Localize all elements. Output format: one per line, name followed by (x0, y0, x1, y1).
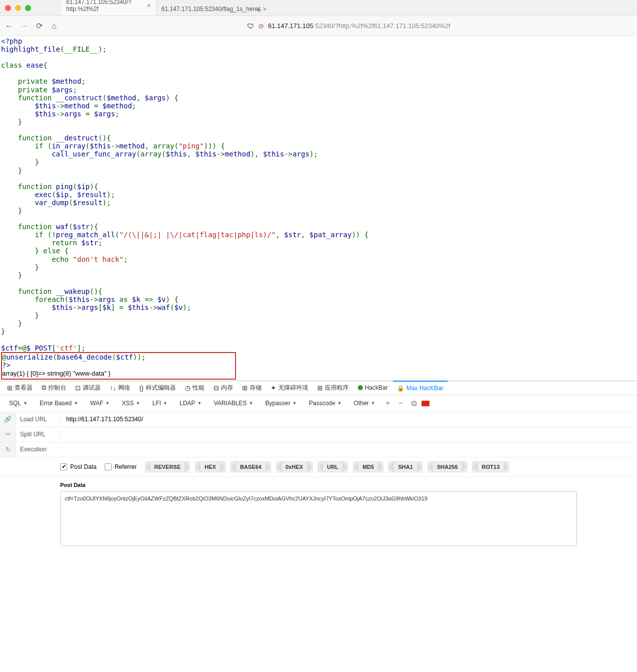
lock-icon: 🔒 (397, 385, 404, 392)
devtools-tab-network[interactable]: ↑↓网络 (106, 381, 134, 395)
shield-icon[interactable]: 🛡 (247, 22, 254, 30)
traffic-lights (5, 5, 31, 11)
postdata-checkbox[interactable]: ✔Post Data (60, 463, 97, 470)
devtools-panel: ⊞查看器 ⧉控制台 ⊡调试器 ↑↓网络 {}样式编辑器 ◷性能 ⊟内存 ⊞存储 … (0, 381, 637, 551)
hackbar-menu-passcode[interactable]: Passcode▼ (304, 400, 347, 407)
encode-url-button[interactable]: URL (318, 461, 348, 472)
devtools-tab-maxhackbar[interactable]: 🔒Max HacKBar (393, 381, 448, 395)
encode-reverse-button[interactable]: REVERSE (145, 461, 190, 472)
inspector-icon: ⊞ (7, 384, 13, 392)
devtools-tab-style[interactable]: {}样式编辑器 (135, 381, 180, 395)
url-bar[interactable]: 🛡 ⊘ 61.147.171.105:52340/?http:%2f%2f61.… (247, 22, 451, 30)
encode-md5-button[interactable]: MD5 (353, 461, 383, 472)
hackbar-menu-xss[interactable]: XSS▼ (117, 400, 145, 407)
remove-button[interactable]: − (395, 399, 406, 408)
close-tab-icon[interactable]: × (147, 2, 151, 9)
forward-button[interactable]: → (20, 22, 28, 30)
postdata-textarea[interactable]: ctf=Tzo0OiJlYXNlIjoyOntzOjEyOiIAZWFzZQBt… (60, 491, 577, 546)
hackbar-menu-ldap[interactable]: LDAP▼ (174, 400, 206, 407)
devtools-tab-hackbar[interactable]: HackBar (354, 381, 392, 395)
maximize-window-button[interactable] (25, 5, 31, 11)
postdata-section: Post Data ctf=Tzo0OiJlYXNlIjoyOntzOjEyOi… (0, 477, 637, 551)
hackbar-menu-bypasser[interactable]: Bypasser▼ (260, 400, 302, 407)
memory-icon: ⊟ (214, 384, 219, 392)
tab-title: 61.147.171.105:52340/flag_1s_here/ (161, 6, 260, 13)
devtools-tab-inspector[interactable]: ⊞查看器 (3, 381, 37, 395)
refresh-icon[interactable]: ↻ (0, 442, 16, 457)
window-titlebar: 61.147.171.105:52340/?http:%2f%2f × 61.1… (0, 0, 637, 16)
devtools-tab-application[interactable]: ⊞应用程序 (313, 381, 353, 395)
load-url-row: Load URL (16, 412, 637, 427)
page-content: <?php highlight_file(__FILE__); class ea… (0, 36, 637, 381)
add-button[interactable]: + (382, 399, 393, 408)
encode-sha256-button[interactable]: SHA256 (428, 461, 468, 472)
hackbar-options-row: ✔Post Data Referrer REVERSEHEXBASE640xHE… (0, 457, 637, 477)
devtools-tabs: ⊞查看器 ⧉控制台 ⊡调试器 ↑↓网络 {}样式编辑器 ◷性能 ⊟内存 ⊞存储 … (0, 381, 637, 395)
console-icon: ⧉ (42, 384, 46, 392)
execution-row: Execution (16, 442, 637, 457)
encode-base64-button[interactable]: BASE64 (231, 461, 271, 472)
url-host: 61.147.171.105 (268, 22, 313, 30)
permission-blocked-icon[interactable]: ⊘ (258, 22, 264, 30)
encode-rot13-button[interactable]: ROT13 (472, 461, 509, 472)
settings-icon[interactable]: ⚙ (408, 399, 419, 408)
devtools-tab-console[interactable]: ⧉控制台 (38, 381, 70, 395)
browser-tab-1[interactable]: 61.147.171.105:52340/?http:%2f%2f × (61, 0, 156, 16)
split-url-row: Split URL (16, 427, 637, 442)
hackbar-menu-bar: SQL▼Error Based▼WAF▼XSS▼LFI▼LDAP▼VARIABL… (0, 395, 637, 412)
devtools-tab-memory[interactable]: ⊟内存 (209, 381, 237, 395)
link-icon[interactable]: 🔗 (0, 412, 16, 427)
hackbar-menu-waf[interactable]: WAF▼ (85, 400, 115, 407)
browser-tabs: 61.147.171.105:52340/?http:%2f%2f × 61.1… (61, 1, 267, 16)
new-tab-button[interactable]: + (252, 5, 267, 16)
hackbar-menu-lfi[interactable]: LFI▼ (147, 400, 172, 407)
reload-button[interactable]: ⟳ (35, 22, 43, 30)
execution-label: Execution (16, 446, 61, 453)
hackbar-menu-error-based[interactable]: Error Based▼ (35, 400, 83, 407)
highlighted-code-box: @unserialize(base64_decode($ctf)); ?> ar… (1, 352, 236, 380)
browser-tab-2[interactable]: 61.147.171.105:52340/flag_1s_here/ × (156, 3, 252, 16)
devtools-tab-accessibility[interactable]: ✦无障碍环境 (267, 381, 312, 395)
flag-cn-icon[interactable] (421, 401, 430, 406)
hackbar-sidebar: 🔗 ✂ ↻ (0, 412, 16, 457)
devtools-tab-debugger[interactable]: ⊡调试器 (71, 381, 105, 395)
devtools-tab-performance[interactable]: ◷性能 (181, 381, 208, 395)
browser-toolbar: ← → ⟳ ⌂ 🛡 ⊘ 61.147.171.105:52340/?http:%… (0, 16, 637, 36)
minimize-window-button[interactable] (15, 5, 21, 11)
encode-hex-button[interactable]: HEX (195, 461, 226, 472)
postdata-label: Post Data (60, 482, 577, 488)
encode-0xhex-button[interactable]: 0xHEX (276, 461, 313, 472)
back-button[interactable]: ← (5, 22, 13, 30)
encode-sha1-button[interactable]: SHA1 (388, 461, 422, 472)
perf-icon: ◷ (185, 384, 190, 392)
app-icon: ⊞ (317, 384, 323, 392)
storage-icon: ⊞ (242, 384, 248, 392)
style-icon: {} (139, 384, 144, 392)
load-url-input[interactable] (61, 413, 637, 426)
hackbar-menu-variables[interactable]: VARIABLES▼ (209, 400, 259, 407)
referrer-checkbox[interactable]: Referrer (105, 463, 137, 470)
load-url-label: Load URL (16, 416, 61, 423)
hackbar-menu-sql[interactable]: SQL▼ (4, 400, 33, 407)
devtools-tab-storage[interactable]: ⊞存储 (238, 381, 266, 395)
tab-title: 61.147.171.105:52340/?http:%2f%2f (66, 0, 144, 13)
debugger-icon: ⊡ (75, 384, 81, 392)
php-output: array(1) { [0]=> string(8) "www-data" } (2, 370, 111, 377)
url-path: :52340/?http:%2f%2f61.147.171.105:52340%… (313, 22, 450, 30)
home-button[interactable]: ⌂ (50, 22, 58, 30)
split-url-label: Split URL (16, 431, 61, 438)
hackbar-menu-other[interactable]: Other▼ (349, 400, 380, 407)
scissors-icon[interactable]: ✂ (0, 427, 16, 442)
a11y-icon: ✦ (271, 384, 276, 392)
close-window-button[interactable] (5, 5, 11, 11)
hackbar-icon (358, 385, 363, 390)
network-icon: ↑↓ (110, 384, 116, 392)
